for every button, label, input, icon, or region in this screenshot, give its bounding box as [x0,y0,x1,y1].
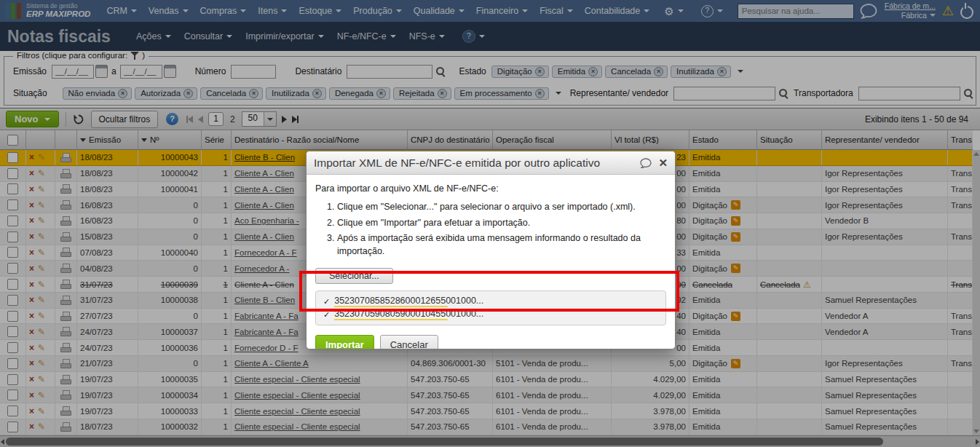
comment-bubble-icon[interactable] [639,157,652,169]
close-icon[interactable]: ✕ [658,157,668,168]
dialog-step: Clique em "Selecionar..." para seleciona… [337,201,666,214]
importar-button[interactable]: Importar [315,335,374,349]
dialog-steps-list: Clique em "Selecionar..." para seleciona… [337,201,666,258]
dialog-actions: Importar Cancelar [315,335,666,349]
dialog-step: Clique em "Importar" para efetuar a impo… [337,217,666,230]
cancelar-button[interactable]: Cancelar [380,335,438,349]
import-xml-dialog: Importar XML de NF-e/NFC-e emitida por o… [306,151,676,349]
dialog-body: Para importar o arquivo XML de NF-e/NFC-… [307,175,675,349]
dialog-title-bar: Importar XML de NF-e/NFC-e emitida por o… [307,151,675,175]
dialog-step: Após a importação será exibida uma mensa… [337,232,666,258]
dialog-intro-text: Para importar o arquivo XML de NF-e/NFC-… [315,183,666,194]
erp-maxiprod-app: Sistema de gestão ERP MAXIPROD CRM Venda… [0,0,980,447]
check-icon [323,311,330,319]
annotation-red-box [299,271,679,312]
dialog-title: Importar XML de NF-e/NFC-e emitida por o… [314,157,639,170]
